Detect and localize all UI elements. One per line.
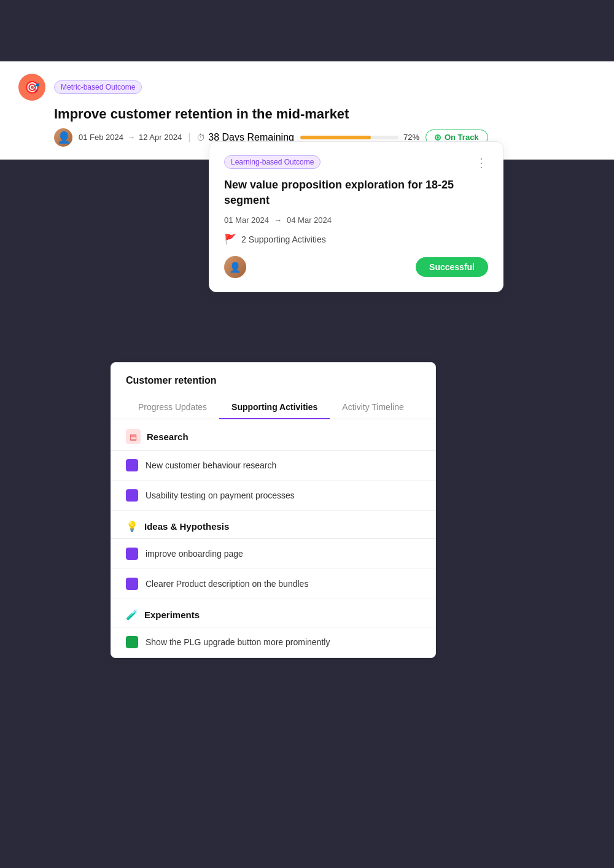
experiments-icon: 🧪	[126, 609, 138, 621]
list-item: Show the PLG upgrade button more promine…	[111, 627, 435, 657]
activity-label: New customer behaviour research	[146, 460, 276, 470]
research-section-header: ▤ Research	[111, 419, 435, 451]
middle-date-end: 04 Mar 2024	[287, 215, 332, 225]
list-item: improve onboarding page	[111, 539, 435, 569]
supporting-activities-label: 2 Supporting Activities	[241, 234, 326, 244]
ideas-icon: 💡	[126, 521, 138, 532]
date-end: 12 Apr 2024	[139, 133, 182, 142]
activity-label: Show the PLG upgrade button more promine…	[146, 637, 330, 647]
middle-arrow-icon: →	[274, 215, 282, 225]
date-range: 01 Feb 2024 → 12 Apr 2024	[79, 133, 182, 142]
bottom-panel: Customer retention Progress Updates Supp…	[111, 362, 436, 658]
flag-icon: 🚩	[224, 233, 236, 245]
tab-supporting-activities[interactable]: Supporting Activities	[219, 396, 330, 419]
activity-checkbox[interactable]	[126, 459, 138, 471]
tabs: Progress Updates Supporting Activities A…	[126, 396, 421, 419]
supporting-activities-count: 🚩 2 Supporting Activities	[224, 233, 488, 245]
list-item: Usability testing on payment processes	[111, 481, 435, 511]
activity-label: Usability testing on payment processes	[146, 490, 295, 500]
arrow-icon: →	[127, 133, 135, 142]
activity-checkbox[interactable]	[126, 578, 138, 590]
middle-card-footer: 👤 Successful	[224, 256, 488, 278]
top-card-title: Improve customer retention in the mid-ma…	[54, 106, 596, 123]
activity-checkbox[interactable]	[126, 548, 138, 560]
progress-percent: 72%	[403, 133, 419, 142]
ideas-section-header: 💡 Ideas & Hypothesis	[111, 511, 435, 539]
activity-checkbox[interactable]	[126, 489, 138, 502]
date-start: 01 Feb 2024	[79, 133, 123, 142]
ideas-label: Ideas & Hypothesis	[144, 521, 229, 532]
tab-progress-updates[interactable]: Progress Updates	[126, 396, 219, 419]
clock-icon: ⏱	[196, 133, 205, 142]
activity-label: improve onboarding page	[146, 549, 243, 559]
on-track-dot-icon	[435, 134, 441, 141]
list-item: New customer behaviour research	[111, 451, 435, 481]
panel-body: ▤ Research New customer behaviour resear…	[111, 419, 435, 657]
middle-card-dates: 01 Mar 2024 → 04 Mar 2024	[224, 215, 488, 225]
tab-activity-timeline[interactable]: Activity Timeline	[330, 396, 416, 419]
successful-badge: Successful	[416, 257, 488, 277]
separator: |	[188, 132, 190, 143]
progress-bar-fill	[300, 136, 371, 139]
avatar: 👤	[224, 256, 246, 278]
middle-card-header: Learning-based Outcome ⋮	[224, 155, 488, 170]
middle-date-start: 01 Mar 2024	[224, 215, 269, 225]
experiments-label: Experiments	[144, 610, 200, 620]
progress-section: 72%	[300, 133, 419, 142]
panel-title: Customer retention	[126, 375, 421, 386]
activity-checkbox-green[interactable]	[126, 636, 138, 648]
avatar	[54, 128, 72, 147]
research-label: Research	[147, 432, 188, 442]
list-item: Clearer Product description on the bundl…	[111, 569, 435, 599]
middle-card-title: New value proposition exploration for 18…	[224, 177, 488, 208]
more-options-icon[interactable]: ⋮	[475, 155, 488, 170]
activity-label: Clearer Product description on the bundl…	[146, 579, 308, 589]
panel-header: Customer retention Progress Updates Supp…	[111, 363, 435, 419]
metric-badge: Metric-based Outcome	[54, 80, 142, 94]
goal-icon: 🎯	[18, 74, 45, 101]
learning-badge: Learning-based Outcome	[224, 155, 321, 169]
middle-outcome-card: Learning-based Outcome ⋮ New value propo…	[209, 141, 503, 292]
experiments-section-header: 🧪 Experiments	[111, 599, 435, 627]
on-track-label: On Track	[445, 133, 479, 142]
research-icon: ▤	[126, 429, 141, 444]
progress-bar	[300, 136, 398, 139]
